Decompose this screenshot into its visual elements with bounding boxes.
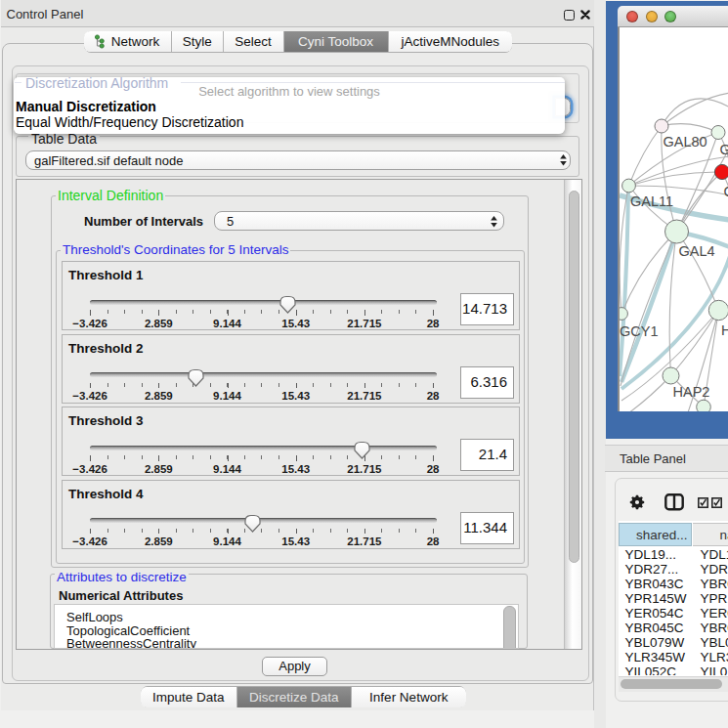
svg-text:GA: GA [720,142,728,157]
svg-text:GAL4: GAL4 [679,243,715,259]
svg-text:GAL80: GAL80 [664,134,707,150]
svg-text:H: H [721,322,728,338]
svg-text:HAP2: HAP2 [673,384,710,400]
svg-text:C: C [724,184,728,199]
svg-text:GCY1: GCY1 [620,323,659,339]
svg-text:GAL11: GAL11 [630,193,673,209]
